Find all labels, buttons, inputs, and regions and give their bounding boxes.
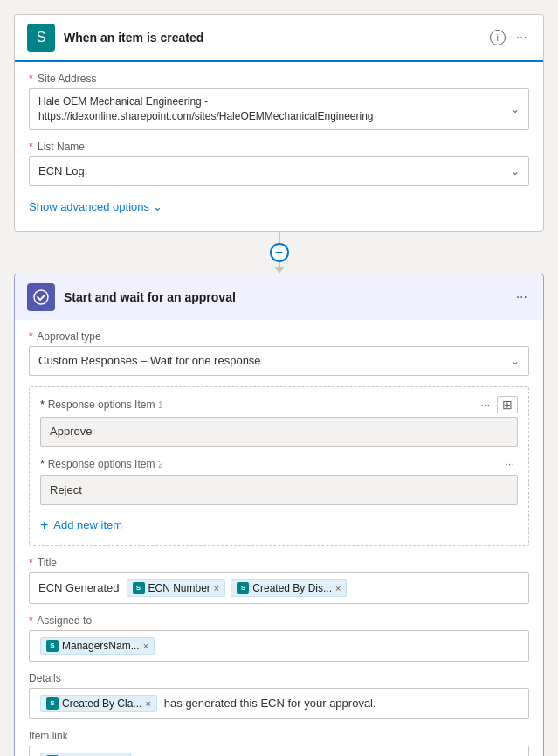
approval-type-chevron: ⌄ — [511, 355, 520, 367]
response-item-1-label: Response options Item — [48, 399, 155, 411]
add-new-item-button[interactable]: + Add new item — [40, 514, 122, 537]
response-item-2-header: * Response options Item 2 ··· — [40, 455, 518, 472]
response-item-2-actions: ··· — [501, 455, 518, 472]
assigned-to-group: * Assigned to S ManagersNam... × — [29, 614, 529, 662]
assigned-to-label: * Assigned to — [29, 614, 529, 627]
response-item-2-label: Response options Item — [48, 458, 155, 470]
assigned-to-token-close[interactable]: × — [143, 641, 148, 651]
response-item-2: * Response options Item 2 ··· Reject — [40, 455, 518, 505]
approval-type-input[interactable]: Custom Responses – Wait for one response… — [29, 346, 529, 376]
response-item-1-input[interactable]: Approve — [40, 417, 518, 447]
response-item-2-input[interactable]: Reject — [40, 475, 518, 505]
response-item-1-delete[interactable]: ⊞ — [497, 396, 518, 413]
details-group: Details S Created By Cla... × has genera… — [29, 672, 529, 719]
title-token-2-close[interactable]: × — [335, 583, 341, 593]
response-item-2-menu[interactable]: ··· — [501, 455, 518, 472]
approval-title: Start and wait for an approval — [64, 290, 504, 304]
response-item-1-number: 1 — [158, 400, 163, 410]
add-icon: + — [40, 517, 48, 533]
assigned-token-icon: S — [46, 640, 59, 652]
list-name-input[interactable]: ECN Log ⌄ — [29, 156, 529, 186]
trigger-header: S When an item is created i ··· — [15, 15, 543, 62]
title-group: * Title ECN Generated S ECN Number × — [29, 557, 529, 604]
site-address-group: * Site Address Hale OEM Mechanical Engin… — [29, 73, 529, 130]
response-item-1-header: * Response options Item 1 ··· ⊞ — [40, 396, 518, 413]
token-2-icon: S — [237, 582, 249, 594]
details-tokens-row: S Created By Cla... × has generated this… — [38, 694, 376, 713]
list-name-label: * List Name — [29, 141, 529, 153]
approval-header: Start and wait for an approval ··· — [15, 274, 543, 320]
response-item-1: * Response options Item 1 ··· ⊞ Approve — [40, 396, 518, 447]
connector-1: + — [274, 232, 285, 274]
approval-card: Start and wait for an approval ··· * App… — [14, 274, 544, 756]
title-token-2: S Created By Dis... × — [231, 579, 347, 597]
title-static-text: ECN Generated — [38, 581, 120, 594]
assigned-to-token: S ManagersNam... × — [40, 637, 155, 655]
site-address-input[interactable]: Hale OEM Mechanical Engineering - https:… — [29, 88, 529, 130]
response-item-1-menu[interactable]: ··· — [477, 396, 493, 413]
title-token-1-close[interactable]: × — [214, 583, 219, 593]
site-address-chevron: ⌄ — [511, 101, 520, 117]
svg-point-0 — [34, 290, 48, 304]
response-item-2-number: 2 — [158, 460, 163, 469]
trigger-actions: i ··· — [490, 28, 531, 47]
site-address-label: * Site Address — [29, 73, 529, 85]
approval-actions: ··· — [513, 288, 531, 307]
trigger-title: When an item is created — [64, 31, 481, 45]
title-token-1: S ECN Number × — [127, 579, 226, 597]
assigned-to-input[interactable]: S ManagersNam... × — [29, 630, 529, 662]
details-token-close[interactable]: × — [145, 698, 150, 709]
approval-type-group: * Approval type Custom Responses – Wait … — [29, 330, 529, 376]
connector-arrow-1 — [274, 267, 285, 274]
approval-type-label: * Approval type — [29, 330, 529, 343]
title-input[interactable]: ECN Generated S ECN Number × S Created B… — [29, 572, 529, 604]
trigger-card: S When an item is created i ··· * Site A… — [14, 14, 544, 232]
response-item-1-actions: ··· ⊞ — [477, 396, 518, 413]
item-link-tokens-row: S Link to item × — [38, 752, 133, 756]
trigger-body: * Site Address Hale OEM Mechanical Engin… — [15, 62, 543, 231]
trigger-icon: S — [27, 24, 55, 52]
details-static-text: has generated this ECN for your approval… — [164, 697, 376, 710]
details-token: S Created By Cla... × — [40, 695, 157, 712]
item-link-input[interactable]: S Link to item × — [29, 746, 529, 756]
title-label: * Title — [29, 557, 529, 569]
assigned-to-tokens-row: S ManagersNam... × — [38, 636, 156, 655]
list-name-group: * List Name ECN Log ⌄ — [29, 141, 529, 186]
trigger-menu-button[interactable]: ··· — [513, 28, 531, 47]
info-icon[interactable]: i — [490, 30, 506, 45]
approval-body: * Approval type Custom Responses – Wait … — [15, 320, 543, 756]
item-link-group: Item link S Link to item × — [29, 730, 529, 756]
approval-icon — [27, 283, 55, 311]
trigger-advanced-chevron: ⌄ — [153, 200, 162, 213]
item-link-token: S Link to item × — [40, 753, 131, 756]
list-name-chevron: ⌄ — [511, 165, 520, 177]
trigger-show-advanced-button[interactable]: Show advanced options ⌄ — [29, 197, 162, 217]
details-label: Details — [29, 672, 529, 684]
approval-fields: * Title ECN Generated S ECN Number × — [29, 557, 529, 756]
title-tokens-row: ECN Generated S ECN Number × S Created B… — [38, 579, 348, 598]
response-options-section: * Response options Item 1 ··· ⊞ Approve — [29, 386, 529, 546]
item-link-label: Item link — [29, 730, 529, 742]
flow-container: S When an item is created i ··· * Site A… — [0, 0, 558, 756]
token-1-icon: S — [133, 582, 145, 594]
add-step-button-1[interactable]: + — [270, 243, 289, 262]
details-input[interactable]: S Created By Cla... × has generated this… — [29, 688, 529, 719]
approval-menu-button[interactable]: ··· — [513, 288, 531, 307]
details-token-icon: S — [46, 697, 59, 710]
